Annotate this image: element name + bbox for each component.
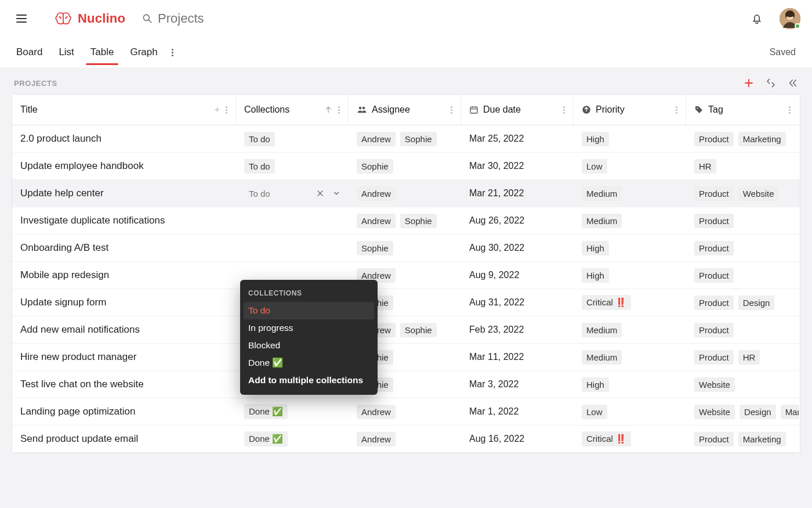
notifications-button[interactable] [751,12,763,25]
cell-title[interactable]: 2.0 product launch [12,125,236,152]
collapse-panel-button[interactable] [788,78,798,88]
cell-priority[interactable]: Medium [574,316,686,343]
table-row[interactable]: Test live chat on the websiteDone ✅Sophi… [12,371,800,398]
cell-priority[interactable]: High [574,371,686,398]
cell-collection[interactable]: To do [236,180,349,207]
cell-priority[interactable]: Low [574,398,686,425]
cell-collection[interactable]: Done ✅ [236,398,349,425]
brand-logo[interactable]: Nuclino [53,10,125,27]
cell-tags[interactable]: Website [686,371,799,398]
cell-title[interactable]: Investigate duplicate notifications [12,207,236,234]
table-row[interactable]: Send product update emailDone ✅AndrewAug… [12,426,800,453]
column-menu-button[interactable] [451,106,452,114]
cell-tags[interactable]: HR [686,153,799,179]
table-row[interactable]: Update help centerTo doAndrewMar 21, 202… [12,180,800,207]
cell-due-date[interactable]: Mar 25, 2022 [461,125,574,152]
table-row[interactable]: Update signup formSophieAug 31, 2022Crit… [12,289,800,316]
table-row[interactable]: Add new email notificationsIn progressAn… [12,316,800,344]
cell-title[interactable]: Add new email notifications [12,316,236,343]
add-column-button[interactable]: + [215,105,220,115]
cell-tags[interactable]: ProductHR [686,344,799,370]
view-tab-table[interactable]: Table [90,39,114,65]
chevron-down-icon[interactable] [332,189,340,197]
cell-priority[interactable]: Medium [574,344,686,370]
cell-priority[interactable]: High [574,125,686,152]
cell-title[interactable]: Update help center [12,180,236,207]
column-header-priority[interactable]: Priority [574,95,686,125]
cell-assignee[interactable]: Sophie [349,235,461,261]
cell-title[interactable]: Onboarding A/B test [12,235,236,261]
cell-tags[interactable]: Product [686,316,799,343]
cell-assignee[interactable]: AndrewSophie [349,207,461,234]
column-header-assignee[interactable]: Assignee [349,95,461,125]
table-row[interactable]: Investigate duplicate notificationsAndre… [12,207,800,235]
dropdown-item[interactable]: Blocked [240,337,378,354]
cell-tags[interactable]: ProductMarketing [686,426,799,452]
cell-assignee[interactable]: Andrew [349,180,461,207]
cell-priority[interactable]: High [574,235,686,261]
cell-tags[interactable]: Product [686,235,799,261]
cell-due-date[interactable]: Feb 23, 2022 [461,316,574,343]
clear-icon[interactable] [316,189,324,197]
cell-collection[interactable]: Done ✅ [236,426,349,452]
cell-tags[interactable]: ProductMarketing [686,125,799,152]
cell-tags[interactable]: ProductDesign [686,289,799,316]
cell-due-date[interactable]: Mar 30, 2022 [461,153,574,179]
cell-tags[interactable]: ProductWebsite [686,180,799,207]
table-row[interactable]: Update employee handbookTo doSophieMar 3… [12,153,800,180]
cell-due-date[interactable]: Mar 1, 2022 [461,398,574,425]
cell-collection[interactable]: To do [236,153,349,179]
cell-priority[interactable]: Medium [574,207,686,234]
cell-title[interactable]: Send product update email [12,426,236,452]
cell-title[interactable]: Update signup form [12,289,236,316]
dropdown-item[interactable]: Done ✅ [240,354,378,372]
cell-collection[interactable]: To do [236,125,349,152]
cell-due-date[interactable]: Aug 30, 2022 [461,235,574,261]
view-tab-graph[interactable]: Graph [130,39,157,65]
cell-assignee[interactable]: Sophie [349,153,461,179]
cell-tags[interactable]: WebsiteDesignMarketing [686,398,799,425]
table-row[interactable]: Onboarding A/B testSophieAug 30, 2022Hig… [12,235,800,262]
search-input[interactable] [158,11,332,26]
cell-tags[interactable]: Product [686,207,799,234]
column-menu-button[interactable] [676,106,677,114]
cell-due-date[interactable]: Aug 26, 2022 [461,207,574,234]
cell-assignee[interactable]: AndrewSophie [349,125,461,152]
cell-due-date[interactable]: Aug 31, 2022 [461,289,574,316]
avatar[interactable] [780,8,800,29]
cell-title[interactable]: Mobile app redesign [12,262,236,289]
cell-title[interactable]: Update employee handbook [12,153,236,179]
cell-assignee[interactable]: Andrew [349,426,461,452]
column-header-title[interactable]: Title + [12,95,236,125]
sort-asc-icon[interactable] [324,106,332,114]
cell-due-date[interactable]: Mar 11, 2022 [461,344,574,370]
cell-priority[interactable]: High [574,262,686,289]
cell-title[interactable]: Test live chat on the website [12,371,236,398]
cell-collection[interactable] [236,235,349,261]
column-menu-button[interactable] [789,106,791,114]
cell-due-date[interactable]: Aug 16, 2022 [461,426,574,452]
view-tab-list[interactable]: List [59,39,74,65]
add-item-button[interactable] [744,78,754,88]
view-tab-board[interactable]: Board [16,39,42,65]
table-row[interactable]: Landing page optimizationDone ✅AndrewMar… [12,398,800,426]
table-row[interactable]: Hire new product managerBlockedSophieMar… [12,344,800,371]
dropdown-item[interactable]: Add to multiple collections [240,372,378,389]
table-row[interactable]: 2.0 product launchTo doAndrewSophieMar 2… [12,125,800,153]
cell-due-date[interactable]: Mar 21, 2022 [461,180,574,207]
menu-button[interactable] [16,12,30,26]
cell-priority[interactable]: Medium [574,180,686,207]
collapse-button[interactable] [766,78,776,88]
cell-title[interactable]: Hire new product manager [12,344,236,370]
dropdown-item[interactable]: In progress [240,319,378,337]
cell-priority[interactable]: Critical ‼️ [574,426,686,452]
column-menu-button[interactable] [563,106,565,114]
column-menu-button[interactable] [226,106,227,114]
cell-due-date[interactable]: Mar 3, 2022 [461,371,574,398]
cell-assignee[interactable]: Andrew [349,398,461,425]
cell-title[interactable]: Landing page optimization [12,398,236,425]
cell-priority[interactable]: Low [574,153,686,179]
dropdown-item[interactable]: To do [244,302,374,319]
table-row[interactable]: Mobile app redesignAndrewAug 9, 2022High… [12,262,800,289]
column-header-tag[interactable]: Tag [686,95,799,125]
